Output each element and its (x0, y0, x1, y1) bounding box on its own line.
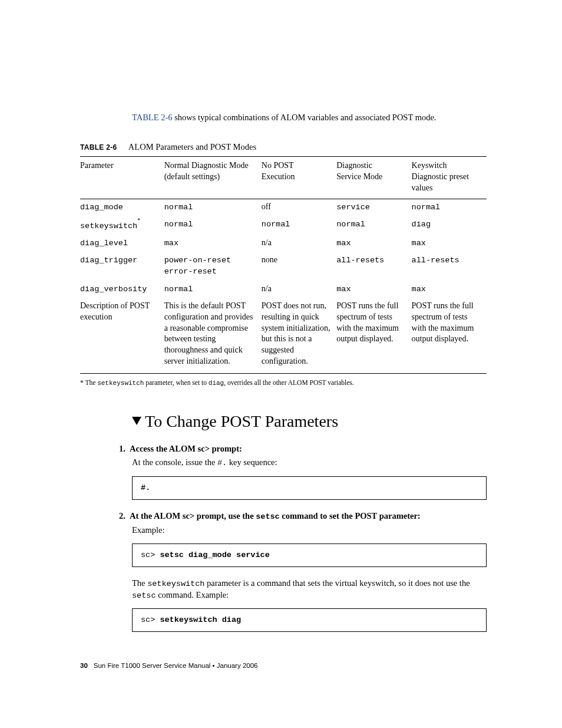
page: TABLE 2-6 shows typical combinations of … (0, 0, 562, 724)
page-footer: 30Sun Fire T1000 Server Service Manual •… (80, 661, 487, 671)
cell-value: normal (336, 216, 411, 235)
table-row: Description of POST executionThis is the… (80, 298, 487, 374)
cell-value: service (336, 199, 411, 216)
step-1-body-pre: At the console, issue the (132, 457, 217, 467)
table-reference-link[interactable]: TABLE 2-6 (132, 113, 173, 122)
step-2-para2: The setkeyswitch parameter is a command … (132, 578, 487, 601)
para2-m1: setkeyswitch (147, 579, 204, 588)
cell-value: n/a (262, 235, 336, 252)
svg-marker-0 (132, 417, 141, 425)
page-number: 30 (80, 662, 88, 669)
footnote-mid: parameter, when set to (144, 379, 208, 386)
cell-parameter: setkeyswitch* (80, 216, 164, 235)
cell-parameter: diag_level (80, 235, 164, 252)
step-1-body-post: key sequence: (227, 457, 277, 467)
cell-value: diag (412, 216, 487, 235)
table-caption-label: TABLE 2-6 (80, 143, 117, 151)
th-no-post-l2: Execution (262, 172, 295, 181)
th-normal-mode-l1: Normal Diagnostic Mode (164, 161, 249, 170)
cell-value: all-resets (412, 252, 487, 281)
cell-value: POST does not run, resulting in quick sy… (262, 298, 336, 374)
cell-value: This is the default POST configuration a… (164, 298, 262, 374)
th-diag-service-l1: Diagnostic (336, 161, 372, 170)
cell-value: normal (164, 199, 262, 216)
para2-post: command. Example: (156, 590, 229, 599)
table-footnote: * The setkeyswitch parameter, when set t… (80, 378, 487, 388)
footer-text: Sun Fire T1000 Server Service Manual • J… (94, 662, 258, 669)
step-1-body: At the console, issue the #. key sequenc… (132, 457, 487, 469)
cell-value: normal (262, 216, 336, 235)
step-2-head-pre: At the ALOM sc> prompt, use the (130, 511, 256, 521)
section-title-text: To Change POST Parameters (145, 412, 338, 430)
para2-mid: parameter is a command that sets the vir… (204, 578, 470, 588)
step-2-num: 2. (119, 510, 130, 522)
table-row: setkeyswitch*normalnormalnormaldiag (80, 216, 487, 235)
cell-parameter: diag_mode (80, 199, 164, 216)
step-2-head-mono: setsc (256, 512, 280, 521)
steps: 1.Access the ALOM sc> prompt: At the con… (132, 443, 487, 633)
th-parameter: Parameter (80, 157, 164, 199)
cell-value: all-resets (336, 252, 411, 281)
cell-parameter: diag_trigger (80, 252, 164, 281)
cell-value: max (412, 281, 487, 298)
cell-value: max (336, 281, 411, 298)
para2-pre: The (132, 578, 147, 588)
cell-value: n/a (262, 281, 336, 298)
code-box-1: #. (132, 476, 487, 500)
cell-value: max (336, 235, 411, 252)
code-3-plain: sc> (141, 615, 160, 624)
th-no-post: No POST Execution (262, 157, 336, 199)
cell-value: power-on-reseterror-reset (164, 252, 262, 281)
th-normal-mode: Normal Diagnostic Mode (default settings… (164, 157, 262, 199)
footnote-mono2: diag (209, 380, 224, 387)
table-row: diag_levelmaxn/amaxmax (80, 235, 487, 252)
cell-value: normal (412, 199, 487, 216)
footnote-pre: * The (80, 379, 97, 386)
cell-value: POST runs the full spectrum of tests wit… (412, 298, 487, 374)
cell-value: max (164, 235, 262, 252)
th-diag-service-l2: Service Mode (336, 172, 382, 181)
table-row: diag_verbositynormaln/amaxmax (80, 281, 487, 298)
th-diag-service: Diagnostic Service Mode (336, 157, 411, 199)
cell-value: POST runs the full spectrum of tests wit… (336, 298, 411, 374)
code-2-bold: setsc diag_mode service (160, 551, 269, 559)
cell-value: none (262, 252, 336, 281)
cell-value: normal (164, 281, 262, 298)
footnote-mono1: setkeyswitch (97, 380, 144, 387)
cell-value: normal (164, 216, 262, 235)
intro-paragraph: TABLE 2-6 shows typical combinations of … (132, 112, 487, 124)
cell-parameter: Description of POST execution (80, 298, 164, 374)
step-2: 2.At the ALOM sc> prompt, use the setsc … (132, 510, 487, 633)
step-1-num: 1. (119, 443, 130, 455)
triangle-icon (132, 409, 141, 431)
code-2-plain: sc> (141, 551, 160, 559)
th-no-post-l1: No POST (262, 161, 294, 170)
params-table: Parameter Normal Diagnostic Mode (defaul… (80, 156, 487, 374)
code-box-3: sc> setkeyswitch diag (132, 608, 487, 632)
step-1-body-mono: #. (217, 459, 227, 467)
cell-value: max (412, 235, 487, 252)
th-keyswitch: Keyswitch Diagnostic preset values (412, 157, 487, 199)
intro-text: shows typical combinations of ALOM varia… (173, 113, 437, 122)
th-normal-mode-l2: (default settings) (164, 172, 220, 181)
para2-m2: setsc (132, 591, 156, 600)
cell-parameter: diag_verbosity (80, 281, 164, 298)
step-1: 1.Access the ALOM sc> prompt: At the con… (132, 443, 487, 500)
footnote-post: , overrides all the other ALOM POST vari… (224, 379, 353, 386)
code-1-bold: #. (141, 483, 150, 492)
cell-value: off (262, 199, 336, 216)
code-3-bold: setkeyswitch diag (160, 615, 241, 624)
table-row: diag_modenormaloffservicenormal (80, 199, 487, 216)
section-heading: To Change POST Parameters (132, 410, 487, 433)
table-row: diag_triggerpower-on-reseterror-resetnon… (80, 252, 487, 281)
step-1-head-text: Access the ALOM sc> prompt: (130, 444, 242, 453)
step-2-head-post: command to set the POST parameter: (280, 511, 421, 521)
step-2-body: Example: (132, 525, 487, 536)
step-1-head: 1.Access the ALOM sc> prompt: (132, 443, 487, 455)
step-2-head: 2.At the ALOM sc> prompt, use the setsc … (132, 510, 487, 522)
code-box-2: sc> setsc diag_mode service (132, 543, 487, 567)
table-caption: TABLE 2-6 ALOM Parameters and POST Modes (80, 141, 487, 153)
table-caption-title: ALOM Parameters and POST Modes (128, 142, 256, 151)
